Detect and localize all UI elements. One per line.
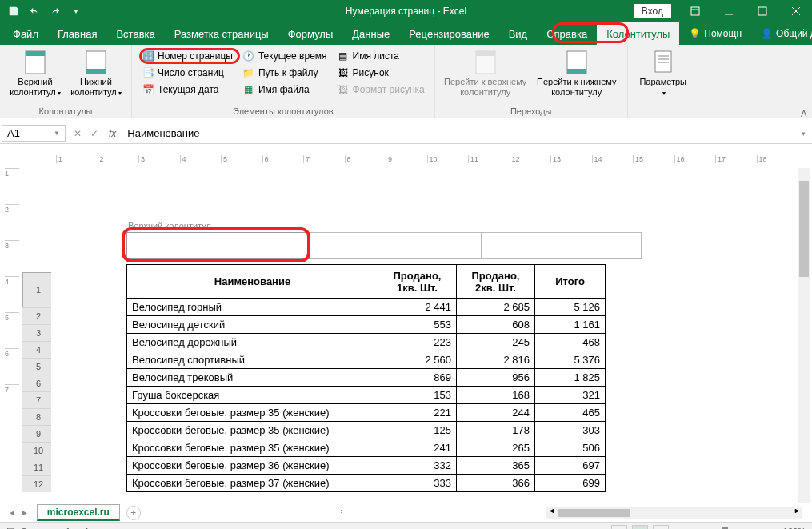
row-header[interactable]: 8	[22, 408, 54, 425]
table-row[interactable]: Кроссовки беговые, размер 35 (женские)22…	[127, 404, 606, 422]
collapse-ribbon-icon[interactable]: ᐱ	[801, 109, 807, 119]
table-row[interactable]: Груша боксерская153168321	[127, 387, 606, 404]
row-header[interactable]: 9	[22, 425, 54, 442]
header-center-box[interactable]	[310, 232, 482, 259]
th-q2[interactable]: Продано, 2кв. Шт.	[457, 265, 535, 299]
vertical-ruler: 1234567	[5, 168, 19, 503]
group-header-footer: Верхний колонтитул▾ Нижний колонтитул▾ К…	[0, 45, 132, 118]
page-number-icon: 🔢	[142, 50, 154, 62]
sheet-tab[interactable]: microexcel.ru	[37, 504, 120, 521]
page-canvas: Верхний колонтитул Наименование Продано,…	[51, 187, 796, 503]
header-section-label: Верхний колонтитул	[128, 221, 211, 230]
row-header[interactable]: 2	[22, 307, 54, 324]
options-button[interactable]: Параметры▾	[634, 48, 692, 114]
row-header[interactable]: 3	[22, 324, 54, 341]
th-name[interactable]: Наименование	[127, 265, 378, 299]
table-row[interactable]: Велосипед горный2 4412 6855 126	[127, 299, 606, 316]
current-date-button[interactable]: 📅Текущая дата	[138, 82, 236, 98]
undo-icon[interactable]	[26, 2, 43, 20]
th-q1[interactable]: Продано, 1кв. Шт.	[378, 265, 457, 299]
page-layout-view-icon[interactable]	[632, 525, 648, 530]
minimize-icon[interactable]	[713, 0, 745, 22]
status-bar: ▤ Страница: 1 из 1 − + 100%	[0, 522, 812, 529]
tab-formulas[interactable]: Формулы	[278, 22, 343, 45]
tab-file[interactable]: Файл	[3, 22, 48, 45]
zoom-in-icon[interactable]: +	[768, 527, 773, 530]
qat-customize-icon[interactable]: ▼	[67, 2, 85, 20]
save-icon[interactable]	[5, 2, 22, 20]
page-count-button[interactable]: 📑Число страниц	[138, 65, 236, 81]
tab-page-layout[interactable]: Разметка страницы	[165, 22, 278, 45]
horizontal-scrollbar[interactable]: ◄►	[546, 507, 802, 519]
redo-icon[interactable]	[46, 2, 64, 20]
share-button[interactable]: 👤Общий доступ	[751, 22, 812, 45]
row-header[interactable]: 4	[22, 341, 54, 358]
sign-in-button[interactable]: Вход	[634, 4, 671, 18]
header-left-box[interactable]	[126, 232, 310, 259]
table-row[interactable]: Велосипед детский5536081 161	[127, 316, 606, 334]
tab-help[interactable]: Справка	[537, 22, 597, 45]
svg-rect-0	[691, 7, 699, 15]
row-header[interactable]: 7	[22, 391, 54, 408]
footer-button[interactable]: Нижний колонтитул▾	[67, 48, 125, 105]
page-number-button[interactable]: 🔢Номер страницы	[138, 48, 236, 64]
table-row[interactable]: Кроссовки беговые, размер 35 (женские)12…	[127, 422, 606, 439]
maximize-icon[interactable]	[746, 0, 778, 22]
row-header[interactable]: 12	[22, 475, 54, 492]
table-row[interactable]: Кроссовки беговые, размер 35 (женские)24…	[127, 439, 606, 457]
data-table[interactable]: Наименование Продано, 1кв. Шт. Продано, …	[126, 264, 606, 492]
sheet-area: 123456789101112131415161718 1234567 A B …	[0, 144, 812, 503]
expand-formula-icon[interactable]: ▾	[797, 130, 810, 138]
tab-insert[interactable]: Вставка	[106, 22, 164, 45]
ribbon-options-icon[interactable]	[679, 0, 711, 22]
tell-me-button[interactable]: 💡Помощн	[679, 22, 751, 45]
tab-review[interactable]: Рецензирование	[399, 22, 498, 45]
close-icon[interactable]	[780, 0, 812, 22]
normal-view-icon[interactable]	[611, 525, 627, 530]
ribbon: Верхний колонтитул▾ Нижний колонтитул▾ К…	[0, 45, 812, 118]
name-box[interactable]: A1▼	[2, 125, 66, 142]
file-path-button[interactable]: 📁Путь к файлу	[239, 65, 330, 81]
file-name-button[interactable]: ▦Имя файла	[239, 82, 330, 98]
header-right-box[interactable]	[482, 232, 642, 259]
tab-data[interactable]: Данные	[342, 22, 399, 45]
goto-header-icon	[473, 50, 498, 75]
picture-button[interactable]: 🖼Рисунок	[334, 65, 428, 81]
horizontal-ruler: 123456789101112131415161718	[56, 149, 798, 163]
table-row[interactable]: Кроссовки беговые, размер 37 (женские)33…	[127, 475, 606, 492]
tab-home[interactable]: Главная	[48, 22, 106, 45]
row-header[interactable]: 6	[22, 375, 54, 391]
row-header[interactable]: 10	[22, 442, 54, 459]
sheet-name-button[interactable]: ▤Имя листа	[334, 48, 428, 64]
row-header[interactable]: 5	[22, 358, 54, 375]
zoom-level[interactable]: 100%	[783, 527, 806, 530]
title-bar: ▼ Нумерация страниц - Excel Вход	[0, 0, 812, 22]
th-total[interactable]: Итого	[535, 265, 606, 299]
sheet-icon: ▤	[337, 50, 350, 62]
cancel-icon: ✕	[74, 128, 82, 139]
format-picture-button: 🖼Формат рисунка	[334, 82, 428, 98]
sheet-tab-bar: ◄► microexcel.ru + ⋮ ◄►	[0, 503, 812, 522]
new-sheet-button[interactable]: +	[126, 506, 141, 520]
tab-view[interactable]: Вид	[499, 22, 538, 45]
row-header[interactable]: 11	[22, 459, 54, 475]
tab-header-footer[interactable]: Колонтитулы	[597, 22, 679, 45]
tab-nav-buttons[interactable]: ◄►	[0, 508, 37, 517]
zoom-out-icon[interactable]: −	[674, 527, 678, 530]
header-icon	[22, 50, 48, 75]
table-row[interactable]: Велосипед дорожный223245468	[127, 334, 606, 351]
table-row[interactable]: Велосипед трековый8699561 825	[127, 369, 606, 387]
formula-input[interactable]	[122, 126, 797, 141]
current-time-button[interactable]: 🕐Текущее время	[239, 48, 330, 64]
fx-icon[interactable]: fx	[102, 128, 122, 139]
picture-icon: 🖼	[337, 66, 350, 79]
row-header[interactable]: 1	[22, 272, 54, 307]
table-row[interactable]: Велосипед спортивный2 5602 8165 376	[127, 351, 606, 369]
svg-rect-10	[655, 51, 671, 72]
header-button[interactable]: Верхний колонтитул▾	[6, 48, 64, 105]
table-row[interactable]: Кроссовки беговые, размер 36 (женские)33…	[127, 457, 606, 475]
vertical-scrollbar[interactable]	[798, 168, 810, 503]
page-break-view-icon[interactable]	[653, 525, 669, 530]
page-layout-status-icon: ▤	[6, 526, 14, 529]
goto-footer-button[interactable]: Перейти к нижнему колонтитулу	[533, 48, 621, 105]
